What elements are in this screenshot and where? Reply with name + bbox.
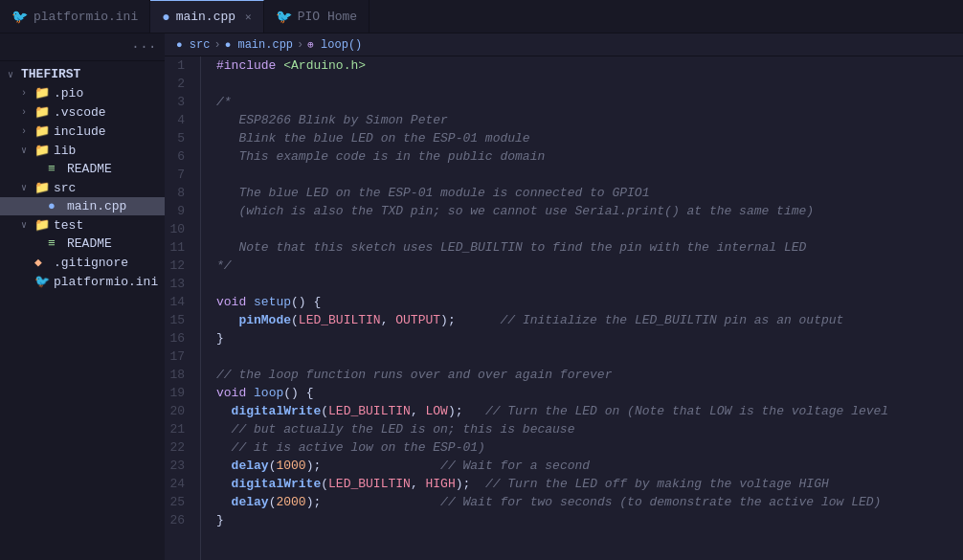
code-line-19: void loop() {: [216, 384, 963, 402]
tab-pio-home[interactable]: 🐦 PIO Home: [264, 0, 370, 33]
code-content[interactable]: #include <Arduino.h> /* ESP8266 Blink by…: [201, 56, 963, 560]
line-number-3: 3: [165, 93, 192, 111]
code-line-9: (which is also the TXD pin; so we cannot…: [216, 202, 963, 220]
code-line-26: }: [216, 511, 963, 529]
sidebar-item-readme-lib[interactable]: ≡README: [0, 160, 165, 178]
line-number-19: 19: [165, 384, 192, 402]
breadcrumb: ● src › ● main.cpp › ⊕ loop(): [165, 34, 963, 56]
code-line-1: #include <Arduino.h>: [216, 56, 963, 75]
sidebar-item-thefirst[interactable]: ∨THEFIRST: [0, 65, 165, 83]
sidebar-item-lib[interactable]: ∨📁lib: [0, 141, 165, 160]
file-label: platformio.ini: [54, 275, 158, 289]
folder-icon: 📁: [34, 180, 50, 195]
cpp-icon: ●: [162, 10, 169, 25]
line-number-7: 7: [165, 166, 192, 184]
breadcrumb-main-cpp: ● main.cpp: [225, 38, 293, 52]
code-line-4: ESP8266 Blink by Simon Peter: [216, 111, 963, 129]
sidebar-tree: ∨THEFIRST›📁.pio›📁.vscode›📁include∨📁lib ≡…: [0, 61, 165, 295]
line-number-5: 5: [165, 129, 192, 147]
readme-file-icon: ≡: [48, 162, 63, 176]
cpp-file-icon: ●: [48, 199, 63, 213]
editor: ● src › ● main.cpp › ⊕ loop() 1234567891…: [165, 34, 963, 560]
sidebar-item-src[interactable]: ∨📁src: [0, 178, 165, 197]
tab-close-main-cpp[interactable]: ✕: [245, 11, 252, 23]
code-line-23: delay(1000); // Wait for a second: [216, 457, 963, 475]
code-line-7: [216, 166, 963, 184]
file-label: README: [67, 236, 112, 251]
code-line-8: The blue LED on the ESP-01 module is con…: [216, 184, 963, 202]
line-number-26: 26: [165, 511, 192, 529]
code-line-2: [216, 75, 963, 93]
sidebar-menu-button[interactable]: ···: [131, 39, 157, 55]
code-line-20: digitalWrite(LED_BUILTIN, LOW); // Turn …: [216, 402, 963, 420]
tab-label-pio-home: PIO Home: [298, 10, 357, 24]
line-number-24: 24: [165, 475, 192, 493]
line-number-2: 2: [165, 75, 192, 93]
sidebar-item-readme-test[interactable]: ≡README: [0, 235, 165, 253]
code-line-15: pinMode(LED_BUILTIN, OUTPUT); // Initial…: [216, 311, 963, 329]
tab-platformio-ini[interactable]: 🐦 platformio.ini: [0, 0, 150, 33]
folder-label: .pio: [54, 86, 83, 101]
code-line-3: /*: [216, 93, 963, 111]
folder-icon: 📁: [34, 123, 50, 139]
folder-icon: 📁: [34, 85, 50, 101]
arrow-icon: ›: [21, 126, 34, 137]
line-number-22: 22: [165, 438, 192, 457]
line-numbers: 1234567891011121314151617181920212223242…: [165, 56, 201, 560]
folder-label: test: [54, 218, 83, 233]
line-number-11: 11: [165, 238, 192, 257]
tab-bar: 🐦 platformio.ini ● main.cpp ✕ 🐦 PIO Home: [0, 0, 963, 34]
line-number-17: 17: [165, 347, 192, 366]
line-number-25: 25: [165, 493, 192, 511]
line-number-1: 1: [165, 56, 192, 75]
folder-label: THEFIRST: [21, 67, 80, 81]
line-number-23: 23: [165, 457, 192, 475]
line-number-15: 15: [165, 311, 192, 329]
line-number-21: 21: [165, 420, 192, 438]
sidebar: ··· ∨THEFIRST›📁.pio›📁.vscode›📁include∨📁l…: [0, 34, 165, 560]
code-line-10: [216, 220, 963, 238]
line-number-14: 14: [165, 293, 192, 311]
sidebar-item-platformio-ini[interactable]: 🐦platformio.ini: [0, 272, 165, 291]
folder-label: src: [54, 181, 76, 195]
code-line-12: */: [216, 257, 963, 275]
code-line-21: // but actually the LED is on; this is b…: [216, 420, 963, 438]
code-line-18: // the loop function runs over and over …: [216, 366, 963, 384]
gitignore-file-icon: ◆: [34, 255, 50, 270]
line-number-6: 6: [165, 147, 192, 166]
sidebar-item-test[interactable]: ∨📁test: [0, 215, 165, 235]
code-line-5: Blink the blue LED on the ESP-01 module: [216, 129, 963, 147]
sidebar-item-include[interactable]: ›📁include: [0, 122, 165, 141]
pio-icon: 🐦: [11, 9, 28, 25]
sidebar-item-pio[interactable]: ›📁.pio: [0, 83, 165, 102]
code-line-24: digitalWrite(LED_BUILTIN, HIGH); // Turn…: [216, 475, 963, 493]
code-line-13: [216, 275, 963, 293]
line-number-8: 8: [165, 184, 192, 202]
folder-label: include: [54, 124, 106, 139]
breadcrumb-sep1: ›: [213, 38, 220, 52]
arrow-icon: ›: [21, 107, 34, 118]
folder-label: .vscode: [54, 105, 106, 120]
file-label: main.cpp: [67, 199, 126, 213]
code-line-16: }: [216, 329, 963, 347]
arrow-icon: ›: [21, 88, 34, 99]
code-line-17: [216, 347, 963, 366]
sidebar-item-vscode[interactable]: ›📁.vscode: [0, 102, 165, 122]
code-line-6: This example code is in the public domai…: [216, 147, 963, 166]
home-icon: 🐦: [276, 9, 292, 25]
code-line-25: delay(2000); // Wait for two seconds (to…: [216, 493, 963, 511]
tab-label-main-cpp: main.cpp: [176, 10, 235, 24]
file-label: README: [67, 162, 112, 176]
tab-main-cpp[interactable]: ● main.cpp ✕: [150, 0, 263, 33]
sidebar-item-gitignore[interactable]: ◆.gitignore: [0, 253, 165, 272]
sidebar-item-main-cpp[interactable]: ●main.cpp: [0, 197, 165, 215]
folder-label: lib: [54, 144, 76, 158]
line-number-12: 12: [165, 257, 192, 275]
code-line-22: // it is active low on the ESP-01): [216, 438, 963, 457]
code-area[interactable]: 1234567891011121314151617181920212223242…: [165, 56, 963, 560]
arrow-icon: ∨: [8, 69, 21, 80]
line-number-20: 20: [165, 402, 192, 420]
sidebar-header: ···: [0, 34, 165, 61]
line-number-18: 18: [165, 366, 192, 384]
folder-icon: 📁: [34, 104, 50, 120]
